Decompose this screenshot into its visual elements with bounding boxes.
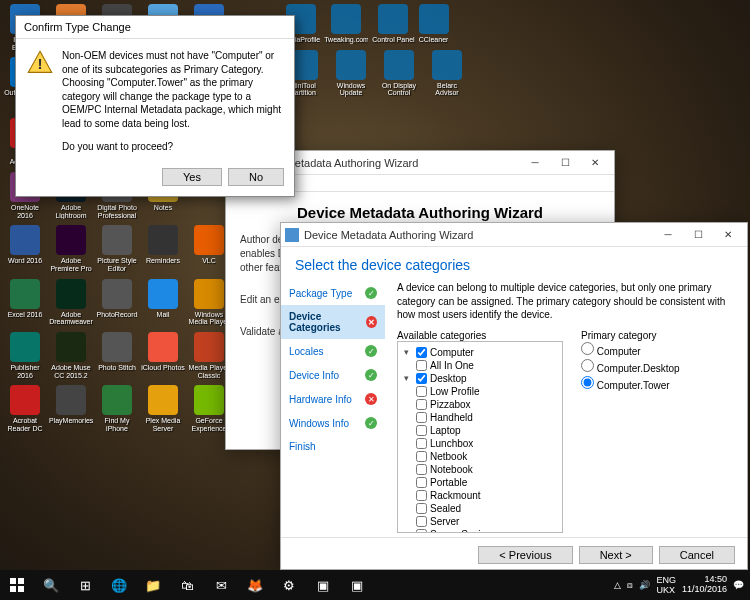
desktop-icon[interactable]: Photo Stitch bbox=[94, 330, 140, 381]
checkbox-handheld[interactable] bbox=[416, 412, 427, 423]
maximize-button[interactable]: ☐ bbox=[550, 153, 580, 173]
maximize-button[interactable]: ☐ bbox=[683, 225, 713, 245]
checkbox-spacesaving[interactable] bbox=[416, 529, 427, 533]
checkbox-server[interactable] bbox=[416, 516, 427, 527]
checkbox-portable[interactable] bbox=[416, 477, 427, 488]
checkbox-rackmount[interactable] bbox=[416, 490, 427, 501]
task-view-button[interactable]: ⊞ bbox=[68, 570, 102, 600]
taskbar: 🔍 ⊞ 🌐 📁 🛍 ✉ 🦊 ⚙ ▣ ▣ △ ⧈ 🔊 ENGUKX 14:5011… bbox=[0, 570, 750, 600]
network-icon[interactable]: ⧈ bbox=[627, 580, 633, 591]
taskbar-app[interactable]: 🦊 bbox=[238, 570, 272, 600]
checkbox-lowprofile[interactable] bbox=[416, 386, 427, 397]
category-tree[interactable]: ▾Computer All In One ▾Desktop Low Profil… bbox=[397, 341, 563, 533]
nav-locales[interactable]: Locales✓ bbox=[281, 339, 385, 363]
wizard-button-row: < Previous Next > Cancel bbox=[281, 537, 747, 572]
taskbar-app[interactable]: 🛍 bbox=[170, 570, 204, 600]
svg-rect-4 bbox=[18, 586, 24, 592]
svg-rect-3 bbox=[10, 586, 16, 592]
checkbox-computer[interactable] bbox=[416, 347, 427, 358]
desktop-icon[interactable]: On Display Control bbox=[376, 48, 422, 99]
desktop-icon[interactable]: Reminders bbox=[140, 223, 186, 274]
wizard-side-nav: Package Type✓ Device Categories✕ Locales… bbox=[281, 281, 385, 537]
hint-text: A device can belong to multiple device c… bbox=[397, 281, 735, 322]
minimize-button[interactable]: ─ bbox=[653, 225, 683, 245]
checkbox-desktop[interactable] bbox=[416, 373, 427, 384]
start-button[interactable] bbox=[0, 570, 34, 600]
desktop-icon[interactable]: Belarc Advisor bbox=[424, 48, 470, 99]
desktop-icon[interactable]: Plex Media Server bbox=[140, 383, 186, 434]
checkbox-lunchbox[interactable] bbox=[416, 438, 427, 449]
desktop-icon[interactable]: Adobe Muse CC 2015.2 bbox=[48, 330, 94, 381]
checkbox-pizzabox[interactable] bbox=[416, 399, 427, 410]
checkbox-notebook[interactable] bbox=[416, 464, 427, 475]
desktop-icon-row-top: nVidiaProfileTweaking.comControl PanelCC… bbox=[280, 2, 480, 99]
nav-device-info[interactable]: Device Info✓ bbox=[281, 363, 385, 387]
nav-package-type[interactable]: Package Type✓ bbox=[281, 281, 385, 305]
desktop-icon[interactable]: Acrobat Reader DC bbox=[2, 383, 48, 434]
minimize-button[interactable]: ─ bbox=[520, 153, 550, 173]
taskbar-app[interactable]: ✉ bbox=[204, 570, 238, 600]
titlebar[interactable]: Device Metadata Authoring Wizard ─ ☐ ✕ bbox=[281, 223, 747, 247]
next-button[interactable]: Next > bbox=[579, 546, 653, 564]
svg-text:!: ! bbox=[37, 55, 42, 72]
desktop-icon[interactable]: Mail bbox=[140, 277, 186, 328]
dialog-question: Do you want to proceed? bbox=[62, 140, 284, 154]
close-button[interactable]: ✕ bbox=[713, 225, 743, 245]
error-icon: ✕ bbox=[366, 316, 377, 328]
nav-device-categories[interactable]: Device Categories✕ bbox=[281, 305, 385, 339]
checkbox-sealed[interactable] bbox=[416, 503, 427, 514]
taskbar-app[interactable]: ▣ bbox=[306, 570, 340, 600]
error-icon: ✕ bbox=[365, 393, 377, 405]
primary-category-group: Primary category Computer Computer.Deskt… bbox=[581, 330, 680, 533]
desktop-icon[interactable]: Word 2016 bbox=[2, 223, 48, 274]
nav-finish[interactable]: Finish bbox=[281, 435, 385, 458]
desktop-icon[interactable]: Windows Update bbox=[328, 48, 374, 99]
clock[interactable]: 14:5011/10/2016 bbox=[682, 575, 727, 595]
taskbar-app[interactable]: ⚙ bbox=[272, 570, 306, 600]
previous-button[interactable]: < Previous bbox=[478, 546, 572, 564]
collapse-icon[interactable]: ▾ bbox=[404, 373, 413, 383]
warning-icon: ! bbox=[26, 49, 54, 77]
desktop-icon[interactable]: Picture Style Editor bbox=[94, 223, 140, 274]
wizard-categories-window: Device Metadata Authoring Wizard ─ ☐ ✕ S… bbox=[280, 222, 748, 570]
radio-tower[interactable] bbox=[581, 376, 594, 389]
checkbox-allinone[interactable] bbox=[416, 360, 427, 371]
nav-windows-info[interactable]: Windows Info✓ bbox=[281, 411, 385, 435]
desktop-icon[interactable]: Find My iPhone bbox=[94, 383, 140, 434]
checkbox-laptop[interactable] bbox=[416, 425, 427, 436]
close-button[interactable]: ✕ bbox=[580, 153, 610, 173]
volume-icon[interactable]: 🔊 bbox=[639, 580, 650, 590]
search-button[interactable]: 🔍 bbox=[34, 570, 68, 600]
radio-desktop[interactable] bbox=[581, 359, 594, 372]
language-indicator[interactable]: ENGUKX bbox=[656, 575, 676, 595]
desktop-icon[interactable]: Publisher 2016 bbox=[2, 330, 48, 381]
collapse-icon[interactable]: ▾ bbox=[404, 347, 413, 357]
taskbar-app[interactable]: ▣ bbox=[340, 570, 374, 600]
check-icon: ✓ bbox=[365, 417, 377, 429]
nav-hardware-info[interactable]: Hardware Info✕ bbox=[281, 387, 385, 411]
available-label: Available categories bbox=[397, 330, 563, 341]
desktop-icon[interactable]: Excel 2016 bbox=[2, 277, 48, 328]
tray-icon[interactable]: △ bbox=[614, 580, 621, 590]
radio-computer[interactable] bbox=[581, 342, 594, 355]
dialog-body-text: Non-OEM devices must not have "Computer"… bbox=[62, 49, 284, 130]
desktop-icon[interactable]: Control Panel bbox=[371, 2, 415, 46]
desktop-icon[interactable]: Adobe Premiere Pro bbox=[48, 223, 94, 274]
page-heading: Select the device categories bbox=[281, 247, 747, 281]
desktop-icon[interactable]: CCleaner bbox=[418, 2, 450, 46]
desktop-icon[interactable]: Adobe Dreamweaver bbox=[48, 277, 94, 328]
app-icon bbox=[285, 228, 299, 242]
cancel-button[interactable]: Cancel bbox=[659, 546, 735, 564]
desktop-icon[interactable]: PhotoRecord bbox=[94, 277, 140, 328]
desktop-icon[interactable]: PlayMemories bbox=[48, 383, 94, 434]
action-center-icon[interactable]: 💬 bbox=[733, 580, 744, 590]
radio-row: Computer bbox=[581, 341, 680, 358]
desktop-icon[interactable]: iCloud Photos bbox=[140, 330, 186, 381]
taskbar-app[interactable]: 📁 bbox=[136, 570, 170, 600]
yes-button[interactable]: Yes bbox=[162, 168, 222, 186]
desktop-icon[interactable]: Tweaking.com bbox=[323, 2, 369, 46]
taskbar-app[interactable]: 🌐 bbox=[102, 570, 136, 600]
no-button[interactable]: No bbox=[228, 168, 284, 186]
checkbox-netbook[interactable] bbox=[416, 451, 427, 462]
system-tray[interactable]: △ ⧈ 🔊 ENGUKX 14:5011/10/2016 💬 bbox=[614, 575, 750, 595]
